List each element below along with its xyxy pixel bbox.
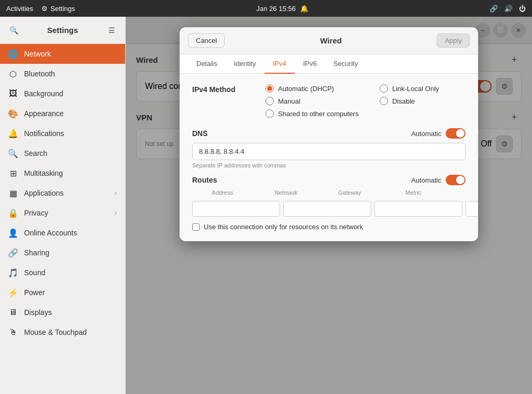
radio-input-manual[interactable] — [265, 97, 274, 105]
sidebar-item-multitasking[interactable]: ⊞ Multitasking — [0, 163, 125, 183]
route-address-input[interactable] — [192, 201, 280, 217]
col-netmask-header: Netmask — [256, 189, 317, 197]
radio-auto-dhcp[interactable]: Automatic (DHCP) — [265, 84, 359, 93]
dns-header: DNS Automatic — [192, 128, 465, 139]
radio-label-disable: Disable — [392, 97, 415, 105]
volume-icon: 🔊 — [504, 5, 513, 13]
dialog-cancel-button[interactable]: Cancel — [188, 33, 225, 48]
ipv4-method-label: IPv4 Method — [192, 84, 265, 94]
tab-details[interactable]: Details — [188, 54, 226, 74]
sidebar-item-power[interactable]: ⚡ Power — [0, 283, 125, 302]
routes-columns-header: Address Netmask Gateway Metric — [192, 189, 465, 197]
dns-row: DNS Automatic Separate IP addresses with… — [192, 128, 465, 168]
topbar-settings-label: ⚙ Settings — [41, 5, 75, 13]
routes-toggle[interactable] — [446, 175, 465, 185]
sidebar-item-network[interactable]: 🌐 Network — [0, 44, 125, 64]
sharing-icon: 🔗 — [8, 248, 18, 257]
notification-bell-icon: 🔔 — [300, 5, 308, 13]
radio-label-auto-dhcp: Automatic (DHCP) — [278, 85, 334, 93]
appearance-icon: 🎨 — [8, 109, 18, 118]
tab-ipv4[interactable]: IPv4 — [264, 54, 295, 74]
ipv4-method-options: Automatic (DHCP) Manual Shared to other … — [265, 84, 439, 118]
sidebar-item-bluetooth[interactable]: ⬡ Bluetooth — [0, 64, 125, 84]
dialog-title: Wired — [320, 36, 342, 45]
sidebar-item-label: Search — [24, 149, 47, 157]
dns-toggle-knob — [456, 129, 464, 138]
dialog-tabs: Details Identity IPv4 IPv6 Security — [180, 54, 478, 74]
tab-security[interactable]: Security — [325, 54, 367, 74]
sidebar-item-label: Bluetooth — [24, 70, 55, 78]
sidebar-item-displays[interactable]: 🖥 Displays — [0, 302, 125, 322]
content-area: Network – ⬜ ✕ Wired + Wired connection 1… — [126, 17, 532, 394]
activities-button[interactable]: Activities — [6, 5, 33, 13]
radio-input-link-local[interactable] — [380, 84, 388, 93]
dns-label: DNS — [192, 129, 208, 138]
connection-only-checkbox[interactable] — [192, 223, 199, 231]
background-icon: 🖼 — [8, 89, 18, 98]
sidebar-item-online-accounts[interactable]: 👤 Online Accounts — [0, 223, 125, 243]
sidebar-menu-button[interactable]: ☰ — [104, 23, 119, 38]
sidebar-header: 🔍 Settings ☰ — [0, 17, 125, 44]
radio-input-disable[interactable] — [380, 97, 388, 105]
dns-toggle[interactable] — [446, 128, 465, 139]
chevron-right-icon: › — [115, 209, 117, 217]
route-gateway-input[interactable] — [374, 201, 462, 217]
sidebar-item-search[interactable]: 🔍 Search — [0, 143, 125, 163]
sidebar-item-label: Sharing — [24, 249, 49, 257]
sidebar-title: Settings — [47, 26, 78, 35]
sound-icon: 🎵 — [8, 268, 18, 277]
sidebar-item-label: Displays — [24, 308, 52, 317]
radio-label-shared: Shared to other computers — [278, 110, 359, 118]
connection-only-row[interactable]: Use this connection only for resources o… — [192, 223, 465, 231]
sidebar-item-label: Notifications — [24, 129, 64, 138]
modal-backdrop: Cancel Wired Apply Details Identity IPv4… — [126, 17, 532, 394]
sidebar-search-button[interactable]: 🔍 — [6, 23, 21, 38]
col-gateway-header: Gateway — [319, 189, 380, 197]
applications-icon: ▦ — [8, 188, 18, 198]
radio-link-local[interactable]: Link-Local Only — [380, 84, 439, 93]
sidebar-item-label: Online Accounts — [24, 229, 77, 237]
sidebar-item-sound[interactable]: 🎵 Sound — [0, 263, 125, 283]
route-netmask-input[interactable] — [283, 201, 371, 217]
routes-toggle-knob — [456, 176, 464, 184]
sidebar-item-label: Multitasking — [24, 169, 63, 177]
sidebar-item-label: Appearance — [24, 109, 64, 118]
ipv4-col1: Automatic (DHCP) Manual Shared to other … — [265, 84, 359, 118]
radio-shared[interactable]: Shared to other computers — [265, 109, 359, 118]
search-icon: 🔍 — [8, 149, 18, 158]
tab-identity[interactable]: Identity — [226, 54, 264, 74]
sidebar-item-label: Mouse & Touchpad — [24, 328, 87, 336]
bluetooth-icon: ⬡ — [8, 69, 18, 78]
routes-row: Routes Automatic Address Netmask — [192, 175, 465, 217]
radio-input-shared[interactable] — [265, 109, 274, 118]
sidebar-item-sharing[interactable]: 🔗 Sharing — [0, 243, 125, 263]
sidebar-item-background[interactable]: 🖼 Background — [0, 84, 125, 104]
radio-manual[interactable]: Manual — [265, 97, 359, 105]
radio-disable[interactable]: Disable — [380, 97, 439, 105]
routes-automatic-label: Automatic — [411, 176, 441, 184]
displays-icon: 🖥 — [8, 308, 18, 317]
sidebar-item-mouse-touchpad[interactable]: 🖱 Mouse & Touchpad — [0, 322, 125, 342]
dialog-apply-button[interactable]: Apply — [437, 33, 470, 48]
sidebar-item-applications[interactable]: ▦ Applications › — [0, 183, 125, 203]
ipv4-col2: Link-Local Only Disable — [380, 84, 439, 118]
radio-label-manual: Manual — [278, 97, 301, 105]
sidebar-item-appearance[interactable]: 🎨 Appearance — [0, 104, 125, 123]
dns-input[interactable] — [192, 143, 465, 160]
sidebar-item-privacy[interactable]: 🔒 Privacy › — [0, 203, 125, 223]
routes-label: Routes — [192, 176, 217, 184]
tab-ipv6[interactable]: IPv6 — [295, 54, 325, 74]
topbar: Activities ⚙ Settings Jan 26 15:56 🔔 🔗 🔊… — [0, 0, 532, 17]
sidebar-item-label: Network — [24, 50, 51, 58]
radio-input-auto-dhcp[interactable] — [265, 84, 274, 93]
sidebar-item-notifications[interactable]: 🔔 Notifications — [0, 123, 125, 143]
sidebar: 🔍 Settings ☰ 🌐 Network ⬡ Bluetooth 🖼 Bac… — [0, 17, 126, 394]
route-metric-input[interactable] — [465, 201, 478, 217]
sidebar-item-label: Background — [24, 89, 63, 98]
power-menu-icon: ⚡ — [8, 288, 18, 297]
online-accounts-icon: 👤 — [8, 228, 18, 238]
multitasking-icon: ⊞ — [8, 168, 18, 178]
main-window: 🔍 Settings ☰ 🌐 Network ⬡ Bluetooth 🖼 Bac… — [0, 17, 532, 394]
network-icon: 🌐 — [8, 49, 18, 59]
privacy-icon: 🔒 — [8, 208, 18, 218]
